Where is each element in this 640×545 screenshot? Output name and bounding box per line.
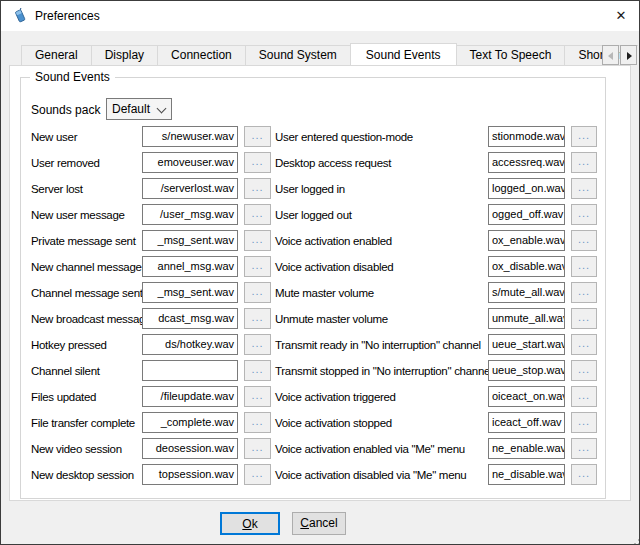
window-title: Preferences bbox=[35, 9, 100, 23]
sound-file-input[interactable]: ueue_start.wav bbox=[488, 334, 565, 355]
ok-button[interactable]: Ok bbox=[220, 512, 280, 535]
event-label: Transmit stopped in "No interruption" ch… bbox=[275, 365, 492, 377]
event-label: Mute master volume bbox=[275, 287, 374, 299]
tab-display[interactable]: Display bbox=[91, 45, 158, 65]
browse-button[interactable]: ... bbox=[244, 334, 271, 355]
browse-button[interactable]: ... bbox=[244, 256, 271, 277]
event-label: Files updated bbox=[31, 391, 96, 403]
sound-file-input[interactable]: /user_msg.wav bbox=[142, 204, 238, 225]
browse-button[interactable]: ... bbox=[571, 412, 597, 433]
browse-button[interactable]: ... bbox=[571, 204, 597, 225]
sound-file-input[interactable]: _msg_sent.wav bbox=[142, 282, 238, 303]
sound-events-groupbox: Sound Events Sounds pack Default New use… bbox=[20, 77, 606, 499]
sound-file-input[interactable]: /serverlost.wav bbox=[142, 178, 238, 199]
groupbox-title: Sound Events bbox=[30, 70, 115, 84]
sound-file-input[interactable] bbox=[142, 360, 238, 381]
sound-file-input[interactable]: iceact_off.wav bbox=[488, 412, 565, 433]
sound-event-row: New channel messageannel_msg.wav...Voice… bbox=[21, 256, 605, 282]
browse-button[interactable]: ... bbox=[244, 126, 271, 147]
event-label: Transmit ready in "No interruption" chan… bbox=[275, 339, 481, 351]
sound-file-input[interactable]: ds/hotkey.wav bbox=[142, 334, 238, 355]
browse-button[interactable]: ... bbox=[244, 152, 271, 173]
close-icon[interactable]: ✕ bbox=[606, 1, 636, 31]
sounds-pack-select[interactable]: Default bbox=[106, 98, 172, 120]
title-bar: Preferences ✕ bbox=[1, 1, 639, 31]
sound-file-input[interactable]: _msg_sent.wav bbox=[142, 230, 238, 251]
browse-button[interactable]: ... bbox=[244, 178, 271, 199]
browse-button[interactable]: ... bbox=[244, 438, 271, 459]
sound-file-input[interactable]: _complete.wav bbox=[142, 412, 238, 433]
sound-event-row: Private message sent_msg_sent.wav...Voic… bbox=[21, 230, 605, 256]
browse-button[interactable]: ... bbox=[244, 308, 271, 329]
browse-button[interactable]: ... bbox=[571, 178, 597, 199]
browse-button[interactable]: ... bbox=[571, 386, 597, 407]
sound-file-input[interactable]: topsession.wav bbox=[142, 464, 238, 485]
cancel-button[interactable]: Cancel bbox=[292, 512, 346, 535]
sound-event-row: Channel message sent_msg_sent.wav...Mute… bbox=[21, 282, 605, 308]
browse-button[interactable]: ... bbox=[244, 204, 271, 225]
sound-file-input[interactable]: accessreq.wav bbox=[488, 152, 565, 173]
browse-button[interactable]: ... bbox=[244, 360, 271, 381]
tab-scroll-right-button[interactable] bbox=[620, 45, 637, 65]
event-label: File transfer complete bbox=[31, 417, 135, 429]
browse-button[interactable]: ... bbox=[571, 464, 597, 485]
browse-button[interactable]: ... bbox=[571, 256, 597, 277]
event-label: User entered question-mode bbox=[275, 131, 413, 143]
sound-file-input[interactable]: ne_enable.wav bbox=[488, 438, 565, 459]
event-label: New user bbox=[31, 131, 77, 143]
sound-file-input[interactable]: s/mute_all.wav bbox=[488, 282, 565, 303]
browse-button[interactable]: ... bbox=[571, 152, 597, 173]
event-label: Voice activation enabled bbox=[275, 235, 392, 247]
sound-file-input[interactable]: ox_disable.wav bbox=[488, 256, 565, 277]
sound-event-row: New video sessiondeosession.wav...Voice … bbox=[21, 438, 605, 464]
browse-button[interactable]: ... bbox=[571, 334, 597, 355]
browse-button[interactable]: ... bbox=[244, 412, 271, 433]
sound-file-input[interactable]: unmute_all.wav bbox=[488, 308, 565, 329]
browse-button[interactable]: ... bbox=[571, 126, 597, 147]
browse-button[interactable]: ... bbox=[571, 360, 597, 381]
tab-text-to-speech[interactable]: Text To Speech bbox=[456, 45, 566, 65]
browse-button[interactable]: ... bbox=[244, 464, 271, 485]
event-label: New broadcast message bbox=[31, 313, 151, 325]
event-label: Channel message sent bbox=[31, 287, 143, 299]
sound-file-input[interactable]: s/newuser.wav bbox=[142, 126, 238, 147]
tab-connection[interactable]: Connection bbox=[157, 45, 246, 65]
sound-file-input[interactable]: ox_enable.wav bbox=[488, 230, 565, 251]
event-label: Hotkey pressed bbox=[31, 339, 107, 351]
tab-bar: GeneralDisplayConnectionSound SystemSoun… bbox=[9, 42, 638, 65]
sounds-pack-value: Default bbox=[112, 102, 150, 116]
rows-container: New users/newuser.wav...User entered que… bbox=[21, 126, 605, 490]
browse-button[interactable]: ... bbox=[571, 438, 597, 459]
tab-general[interactable]: General bbox=[21, 45, 92, 65]
sound-file-input[interactable]: logged_on.wav bbox=[488, 178, 565, 199]
event-label: New video session bbox=[31, 443, 122, 455]
sound-file-input[interactable]: oiceact_on.wav bbox=[488, 386, 565, 407]
browse-button[interactable]: ... bbox=[244, 282, 271, 303]
sound-file-input[interactable]: ogged_off.wav bbox=[488, 204, 565, 225]
sound-file-input[interactable]: dcast_msg.wav bbox=[142, 308, 238, 329]
event-label: Server lost bbox=[31, 183, 83, 195]
tab-sound-system[interactable]: Sound System bbox=[245, 45, 351, 65]
browse-button[interactable]: ... bbox=[244, 230, 271, 251]
tab-sound-events[interactable]: Sound Events bbox=[350, 43, 457, 65]
browse-button[interactable]: ... bbox=[244, 386, 271, 407]
browse-button[interactable]: ... bbox=[571, 308, 597, 329]
event-label: User removed bbox=[31, 157, 100, 169]
event-label: Voice activation disabled via "Me" menu bbox=[275, 469, 466, 481]
sound-file-input[interactable]: annel_msg.wav bbox=[142, 256, 238, 277]
sound-file-input[interactable]: emoveuser.wav bbox=[142, 152, 238, 173]
sound-file-input[interactable]: deosession.wav bbox=[142, 438, 238, 459]
event-label: User logged out bbox=[275, 209, 352, 221]
event-label: New desktop session bbox=[31, 469, 134, 481]
sound-file-input[interactable]: ueue_stop.wav bbox=[488, 360, 565, 381]
sound-file-input[interactable]: /fileupdate.wav bbox=[142, 386, 238, 407]
browse-button[interactable]: ... bbox=[571, 282, 597, 303]
resize-grip[interactable] bbox=[632, 537, 634, 539]
sound-file-input[interactable]: stionmode.wav bbox=[488, 126, 565, 147]
sound-event-row: New broadcast messagedcast_msg.wav...Unm… bbox=[21, 308, 605, 334]
browse-button[interactable]: ... bbox=[571, 230, 597, 251]
sounds-pack-label: Sounds pack bbox=[31, 103, 100, 117]
event-label: User logged in bbox=[275, 183, 345, 195]
tab-scroll-left-button[interactable] bbox=[602, 45, 619, 65]
sound-file-input[interactable]: ne_disable.wav bbox=[488, 464, 565, 485]
